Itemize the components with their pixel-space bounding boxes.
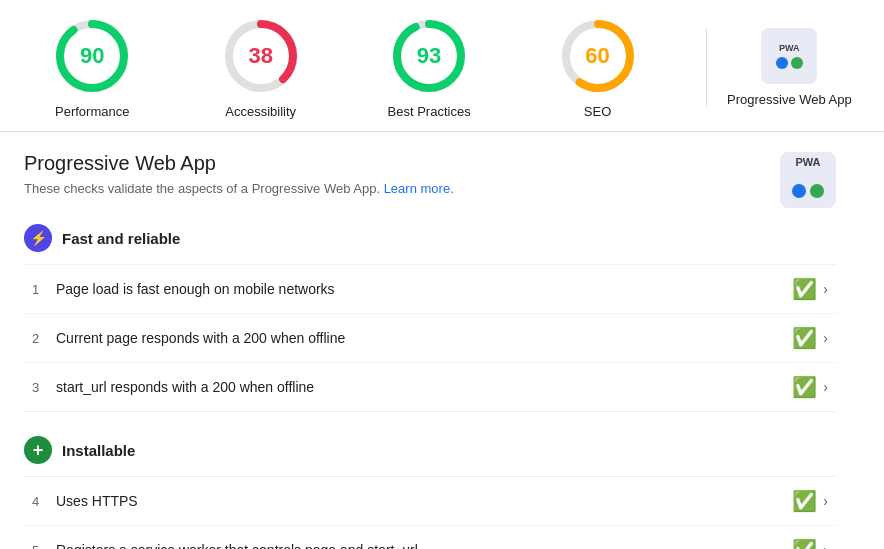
pwa-large-dot-green [810, 184, 824, 198]
chevron-icon-1[interactable]: › [823, 281, 828, 297]
gauge-accessibility: 38 [221, 16, 301, 96]
performance-label: Performance [55, 104, 129, 119]
score-seo[interactable]: 60 SEO [538, 16, 658, 119]
seo-score: 60 [585, 43, 609, 69]
check-row-4[interactable]: 4 Uses HTTPS ✅ › [24, 477, 836, 526]
chevron-icon-5[interactable]: › [823, 542, 828, 549]
section-fast-reliable: ⚡ Fast and reliable 1 Page load is fast … [24, 224, 836, 412]
accessibility-score: 38 [248, 43, 272, 69]
pwa-badge-small: PWA [761, 28, 817, 84]
pwa-label: Progressive Web App [727, 92, 852, 107]
section-installable-header: + Installable [24, 436, 836, 464]
best-practices-label: Best Practices [388, 104, 471, 119]
check-actions-4: ✅ › [792, 489, 828, 513]
check-row-2[interactable]: 2 Current page responds with a 200 when … [24, 314, 836, 363]
score-performance[interactable]: 90 Performance [32, 16, 152, 119]
pwa-dot-green [791, 57, 803, 69]
pwa-header-text: Progressive Web App These checks validat… [24, 152, 454, 196]
pwa-dot-blue [776, 57, 788, 69]
check-text-1: Page load is fast enough on mobile netwo… [56, 281, 792, 297]
performance-score: 90 [80, 43, 104, 69]
check-num-4: 4 [32, 494, 56, 509]
check-actions-5: ✅ › [792, 538, 828, 549]
check-pass-icon-4: ✅ [792, 489, 817, 513]
chevron-icon-2[interactable]: › [823, 330, 828, 346]
gauge-performance: 90 [52, 16, 132, 96]
pwa-header: Progressive Web App These checks validat… [24, 152, 836, 208]
lightning-icon: ⚡ [24, 224, 52, 252]
check-row-5[interactable]: 5 Registers a service worker that contro… [24, 526, 836, 549]
score-pwa[interactable]: PWA Progressive Web App [706, 28, 852, 107]
check-pass-icon-3: ✅ [792, 375, 817, 399]
score-best-practices[interactable]: 93 Best Practices [369, 16, 489, 119]
main-content: Progressive Web App These checks validat… [0, 132, 860, 549]
gauge-best-practices: 93 [389, 16, 469, 96]
best-practices-score: 93 [417, 43, 441, 69]
check-text-2: Current page responds with a 200 when of… [56, 330, 792, 346]
installable-title: Installable [62, 442, 135, 459]
check-text-3: start_url responds with a 200 when offli… [56, 379, 792, 395]
check-text-5: Registers a service worker that controls… [56, 542, 792, 549]
fast-reliable-title: Fast and reliable [62, 230, 180, 247]
seo-label: SEO [584, 104, 611, 119]
check-pass-icon-1: ✅ [792, 277, 817, 301]
section-installable: + Installable 4 Uses HTTPS ✅ › 5 Registe… [24, 436, 836, 549]
check-num-3: 3 [32, 380, 56, 395]
accessibility-label: Accessibility [225, 104, 296, 119]
score-bar: 90 Performance 38 Accessibility 93 Best … [0, 0, 884, 132]
plus-icon: + [24, 436, 52, 464]
pwa-badge-large: PWA [780, 152, 836, 208]
check-actions-3: ✅ › [792, 375, 828, 399]
check-num-5: 5 [32, 543, 56, 550]
check-row-3[interactable]: 3 start_url responds with a 200 when off… [24, 363, 836, 412]
fast-reliable-list: 1 Page load is fast enough on mobile net… [24, 264, 836, 412]
check-pass-icon-5: ✅ [792, 538, 817, 549]
check-actions-2: ✅ › [792, 326, 828, 350]
installable-list: 4 Uses HTTPS ✅ › 5 Registers a service w… [24, 476, 836, 549]
check-text-4: Uses HTTPS [56, 493, 792, 509]
check-num-1: 1 [32, 282, 56, 297]
pwa-subtitle: These checks validate the aspects of a P… [24, 181, 454, 196]
gauge-seo: 60 [558, 16, 638, 96]
check-pass-icon-2: ✅ [792, 326, 817, 350]
check-actions-1: ✅ › [792, 277, 828, 301]
section-fast-reliable-header: ⚡ Fast and reliable [24, 224, 836, 252]
score-accessibility[interactable]: 38 Accessibility [201, 16, 321, 119]
chevron-icon-3[interactable]: › [823, 379, 828, 395]
check-row-1[interactable]: 1 Page load is fast enough on mobile net… [24, 265, 836, 314]
check-num-2: 2 [32, 331, 56, 346]
pwa-title: Progressive Web App [24, 152, 454, 175]
pwa-large-dot-blue [792, 184, 806, 198]
learn-more-link[interactable]: Learn more [384, 181, 450, 196]
chevron-icon-4[interactable]: › [823, 493, 828, 509]
